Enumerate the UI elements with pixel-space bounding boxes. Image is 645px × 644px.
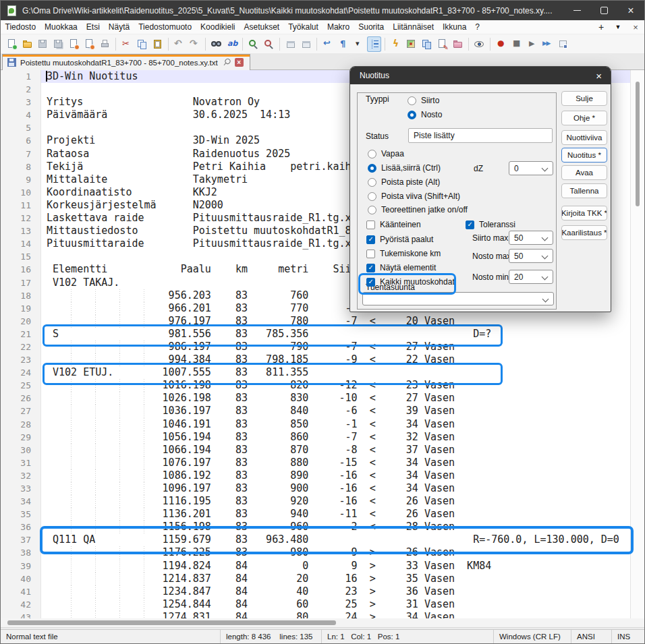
symbols-dropdown-button[interactable]: [352, 36, 366, 52]
editor-line-29[interactable]: 29 1056.194 83 860 -7 < 32 Vasen: [1, 431, 644, 444]
checkbox-näytä-elementit[interactable]: Näytä elementit: [366, 263, 436, 272]
combo-nosto-max[interactable]: 50: [509, 249, 553, 263]
menu-item-tiedosto[interactable]: Tiedosto: [1, 20, 40, 34]
vertical-scrollbar[interactable]: [630, 70, 644, 618]
checkbox-toleranssi[interactable]: Toleranssi: [466, 220, 515, 229]
lightning-button[interactable]: [389, 36, 403, 52]
dialog-title-bar[interactable]: Nuotitus ×: [350, 67, 611, 84]
maximize-button[interactable]: [590, 1, 617, 20]
editor-line-33[interactable]: 33 1096.197 83 900 -16 < 34 Vasen: [1, 482, 644, 495]
horizontal-scrollbar-thumb[interactable]: [7, 620, 336, 625]
menu-item-asetukset[interactable]: Asetukset: [240, 20, 284, 34]
macro-record-button[interactable]: [494, 36, 508, 52]
menu-item-koodikieli[interactable]: Koodikieli: [196, 20, 240, 34]
macro-run-multiple-button[interactable]: [540, 36, 555, 52]
editor-line-43[interactable]: 43 1274.831 84 80 24 > 34 Vasen: [1, 611, 644, 618]
dialog-button-kaarilistaus[interactable]: Kaarilistaus *: [561, 225, 607, 240]
menu-item-muokkaa[interactable]: Muokkaa: [40, 20, 82, 34]
word-wrap-button[interactable]: [320, 36, 335, 52]
editor-line-28[interactable]: 28 1046.191 83 850 -1 < 34 Vasen: [1, 418, 644, 431]
dialog-button-nuottiviiva[interactable]: Nuottiviiva: [561, 130, 607, 145]
radio-vapaa[interactable]: Vapaa: [368, 149, 404, 158]
editor-line-31[interactable]: 31 1076.197 83 880 -15 < 34 Vasen: [1, 457, 644, 469]
dialog-button-ohje[interactable]: Ohje *: [561, 111, 607, 125]
close-all-button[interactable]: [82, 36, 96, 52]
cut-button[interactable]: [119, 36, 134, 52]
editor-line-34[interactable]: 34 1116.195 83 920 -16 < 26 Vasen: [1, 495, 644, 508]
editor-line-39[interactable]: 39 1194.824 84 0 9 > 33 Vasen KM84: [1, 560, 644, 573]
folder-workspace-button[interactable]: [451, 36, 465, 52]
new-file-button[interactable]: [5, 36, 19, 52]
minim ize-button[interactable]: [563, 1, 590, 20]
menu-item-työkalut[interactable]: Työkalut: [284, 20, 323, 34]
macro-play-button[interactable]: [525, 36, 539, 52]
menu-plus-button[interactable]: +: [593, 22, 609, 32]
document-list-button[interactable]: [420, 36, 434, 52]
menu-item-[interactable]: ?: [471, 20, 484, 34]
dialog-button-tallenna[interactable]: Tallenna: [561, 183, 607, 198]
menu-item-tiedostomuoto[interactable]: Tiedostomuoto: [134, 20, 196, 34]
tab-close-icon[interactable]: ×: [235, 58, 244, 67]
redo-button[interactable]: [188, 36, 202, 52]
indent-guide-button[interactable]: [367, 36, 381, 52]
copy-button[interactable]: [135, 36, 149, 52]
radio-poista-piste-alt[interactable]: Poista piste (Alt): [368, 177, 440, 187]
dialog-button-kirjoita-tkk[interactable]: Kirjoita TKK *: [561, 206, 607, 221]
editor-line-20[interactable]: 20 976.197 83 780 -7 < 20 Vasen: [1, 315, 644, 328]
replace-button[interactable]: [225, 36, 239, 52]
editor-line-38[interactable]: 38 1176.225 83 980 9 > 26 Vasen: [1, 546, 644, 559]
checkbox-kaikki-muutoskohdat[interactable]: Kaikki muutoskohdat: [366, 277, 455, 287]
editor-line-40[interactable]: 40 1214.837 84 20 16 > 35 Vasen: [1, 573, 644, 585]
pin-icon[interactable]: [220, 56, 232, 68]
dz-combo[interactable]: 0: [509, 161, 553, 175]
menu-close-button[interactable]: ×: [627, 22, 644, 32]
zoom-in-button[interactable]: [246, 36, 260, 52]
menu-item-makro[interactable]: Makro: [322, 20, 354, 34]
radio-teoreettinen-jatke-on-off[interactable]: Teoreettinen jatke on/off: [368, 205, 468, 214]
horizontal-scrollbar[interactable]: [1, 618, 644, 627]
editor-line-21[interactable]: 21 S 981.556 83 785.356 D=?: [1, 328, 644, 341]
tuentasuunta-combo[interactable]: [362, 292, 554, 305]
zoom-out-button[interactable]: [262, 36, 276, 52]
editor-line-22[interactable]: 22 986.197 83 790 -7 < 27 Vasen: [1, 341, 644, 353]
status-encoding[interactable]: ANSI: [571, 630, 611, 644]
dialog-button-nuotitus[interactable]: Nuotitus *: [561, 148, 607, 163]
editor-line-32[interactable]: 32 1086.192 83 890 -16 < 34 Vasen: [1, 469, 644, 482]
menu-item-suorita[interactable]: Suorita: [354, 20, 389, 34]
menu-dropdown-button[interactable]: ▼: [609, 24, 627, 30]
editor-line-42[interactable]: 42 1254.844 84 60 25 > 31 Vasen: [1, 598, 644, 611]
save-all-button[interactable]: [51, 36, 65, 52]
editor-line-27[interactable]: 27 1036.197 83 840 -6 < 39 Vasen: [1, 405, 644, 417]
menu-item-etsi[interactable]: Etsi: [82, 20, 104, 34]
macro-stop-button[interactable]: [509, 36, 524, 52]
close-button[interactable]: ×: [617, 1, 644, 20]
macro-save-button[interactable]: [556, 36, 570, 52]
status-eol-format[interactable]: Windows (CR LF): [493, 630, 571, 644]
undo-button[interactable]: [172, 36, 186, 52]
combo-nosto-min[interactable]: 20: [509, 270, 553, 284]
radio-poista-viiva-shift-alt[interactable]: Poista viiva (Shift+Alt): [368, 192, 460, 201]
checkbox-pyöristä-paalut[interactable]: Pyöristä paalut: [366, 235, 433, 244]
editor-line-30[interactable]: 30 1066.194 83 870 -8 < 37 Vasen: [1, 444, 644, 457]
combo-siirto-max[interactable]: 50: [509, 231, 553, 245]
status-insert-mode[interactable]: INS: [611, 630, 645, 644]
tab-active[interactable]: Poistettu muutoskohdatR1_83+700 - 85+700…: [2, 54, 250, 70]
menu-item-liitännäiset[interactable]: Liitännäiset: [389, 20, 439, 34]
editor-line-35[interactable]: 35 1136.201 83 940 -11 < 26 Vasen: [1, 508, 644, 521]
close-file-button[interactable]: [67, 36, 81, 52]
radio-siirto[interactable]: Siirto: [408, 96, 439, 105]
document-map-button[interactable]: [404, 36, 418, 52]
checkbox-käänteinen[interactable]: Käänteinen: [366, 220, 421, 229]
find-button[interactable]: [209, 36, 223, 52]
editor-line-25[interactable]: 25 1016.198 83 820 -12 < 23 Vasen: [1, 379, 644, 392]
checkbox-tukemiskone-km[interactable]: Tukemiskone km: [366, 249, 441, 258]
show-all-characters-button[interactable]: [336, 36, 350, 52]
vertical-scrollbar-thumb[interactable]: [636, 82, 640, 206]
monitoring-button[interactable]: [472, 36, 486, 52]
editor-line-37[interactable]: 37 Q111 QA 1159.679 83 963.480 R=-760.0,…: [1, 533, 644, 546]
editor-line-26[interactable]: 26 1026.198 83 830 -10 < 27 Vasen: [1, 392, 644, 405]
editor-line-36[interactable]: 36 1156.198 83 960 2 < 28 Vasen: [1, 521, 644, 533]
editor-line-41[interactable]: 41 1234.847 84 40 23 > 36 Vasen: [1, 585, 644, 598]
sync-vertical-button[interactable]: [283, 36, 298, 52]
radio-nosto[interactable]: Nosto: [408, 110, 442, 119]
